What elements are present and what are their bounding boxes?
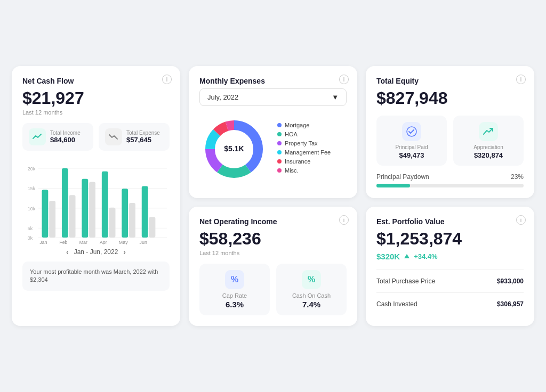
portfolio-gain-row: $320K +34.4% xyxy=(376,252,524,261)
net-cash-flow-card: i Net Cash Flow $21,927 Last 12 months T… xyxy=(12,66,180,326)
income-expense-row: Total Income $84,600 Total Expense $57,6… xyxy=(22,123,170,151)
hoa-label: HOA xyxy=(285,131,298,137)
donut-legend-row: $5.1K Mortgage HOA Property Tax xyxy=(199,115,347,184)
trending-down-icon xyxy=(109,133,118,141)
portfolio-value-amount: $1,253,874 xyxy=(376,229,524,249)
mortgage-dot xyxy=(277,123,282,127)
cash-on-cash-label: Cash On Cash xyxy=(292,292,331,299)
property-tax-dot xyxy=(277,141,282,145)
cash-invested-row: Cash Invested $306,957 xyxy=(376,297,524,311)
principal-paid-box: Principal Paid $49,473 xyxy=(376,116,447,166)
management-fee-label: Management Fee xyxy=(285,149,331,156)
cap-rate-box: % Cap Rate 6.3% xyxy=(199,264,270,315)
purchase-price-label: Total Purchase Price xyxy=(376,277,435,285)
legend-hoa: HOA xyxy=(277,131,347,137)
svg-rect-16 xyxy=(102,172,108,238)
dropdown-arrow-icon: ▼ xyxy=(332,93,339,101)
progress-bar-fill xyxy=(376,184,410,187)
svg-text:Apr: Apr xyxy=(100,240,107,244)
total-equity-card: i Total Equity $827,948 Principal Paid $… xyxy=(366,66,534,198)
svg-text:Jun: Jun xyxy=(140,240,147,244)
appreciation-label: Appreciation xyxy=(473,144,503,150)
insurance-label: Insurance xyxy=(285,158,310,165)
gain-pct: +34.4% xyxy=(414,252,437,260)
cap-rate-icon: % xyxy=(225,270,244,289)
portfolio-info-icon[interactable]: i xyxy=(516,215,526,225)
legend-misc: Misc. xyxy=(277,167,347,174)
profitable-note: Your most profitable month was March, 20… xyxy=(22,262,170,291)
chart-next-arrow[interactable]: › xyxy=(123,248,126,256)
trending-up-icon xyxy=(33,133,42,141)
svg-rect-19 xyxy=(129,203,135,238)
progress-bar-bg xyxy=(376,184,524,187)
misc-dot xyxy=(277,168,282,173)
svg-rect-17 xyxy=(109,208,116,238)
misc-label: Misc. xyxy=(285,167,299,174)
svg-text:$5.1K: $5.1K xyxy=(224,144,244,153)
svg-text:Jan: Jan xyxy=(39,240,47,244)
svg-text:Mar: Mar xyxy=(79,240,87,244)
divider-1 xyxy=(376,270,524,270)
principal-paid-value: $49,473 xyxy=(399,151,424,159)
appreciation-value: $320,874 xyxy=(474,151,503,159)
donut-chart: $5.1K xyxy=(199,115,269,184)
cap-rate-label: Cap Rate xyxy=(222,292,247,299)
svg-text:10k: 10k xyxy=(28,206,36,211)
total-equity-info-icon[interactable]: i xyxy=(516,75,526,84)
expense-icon xyxy=(105,128,122,145)
total-equity-title: Total Equity xyxy=(376,77,524,85)
mortgage-label: Mortgage xyxy=(285,122,309,128)
purchase-price-value: $933,000 xyxy=(497,277,524,285)
progress-label: Principal Paydown xyxy=(376,173,429,181)
total-income-box: Total Income $84,600 xyxy=(22,123,93,151)
dashboard: i Net Cash Flow $21,927 Last 12 months T… xyxy=(12,66,534,326)
bar-chart-svg: 20k 15k 10k 5k 0k xyxy=(22,159,170,244)
chart-nav: ‹ Jan - Jun, 2022 › xyxy=(22,248,170,256)
net-operating-title: Net Operating Income xyxy=(199,217,347,226)
property-tax-label: Property Tax xyxy=(285,140,318,146)
equity-boxes-row: Principal Paid $49,473 Appreciation $320… xyxy=(376,116,524,166)
chart-prev-arrow[interactable]: ‹ xyxy=(66,248,69,256)
svg-rect-11 xyxy=(49,201,55,238)
gain-amount: $320K xyxy=(376,252,400,261)
legend-property-tax: Property Tax xyxy=(277,140,347,146)
svg-text:May: May xyxy=(119,240,128,244)
svg-text:15k: 15k xyxy=(28,186,36,191)
appreciation-box: Appreciation $320,874 xyxy=(453,116,524,166)
cap-rate-value: 6.3% xyxy=(226,300,244,309)
donut-svg: $5.1K xyxy=(199,115,269,184)
monthly-expenses-info-icon[interactable]: i xyxy=(339,75,349,84)
net-operating-value: $58,236 xyxy=(199,229,347,249)
total-equity-value: $827,948 xyxy=(376,88,524,108)
month-dropdown[interactable]: July, 2022 ▼ xyxy=(199,88,347,106)
svg-rect-15 xyxy=(89,182,95,238)
portfolio-title: Est. Portfolio Value xyxy=(376,217,524,226)
cash-on-cash-box: % Cash On Cash 7.4% xyxy=(276,264,347,315)
monthly-expenses-card: i Monthly Expenses July, 2022 ▼ xyxy=(189,66,357,198)
gain-arrow-icon xyxy=(404,254,410,258)
insurance-dot xyxy=(277,159,282,164)
net-operating-info-icon[interactable]: i xyxy=(339,215,349,225)
svg-rect-12 xyxy=(62,168,68,238)
principal-paid-label: Principal Paid xyxy=(395,144,428,150)
divider-2 xyxy=(376,292,524,293)
income-icon xyxy=(29,128,46,145)
svg-text:5k: 5k xyxy=(28,226,33,231)
svg-text:Feb: Feb xyxy=(59,240,67,244)
svg-rect-14 xyxy=(82,179,88,238)
net-cash-flow-subtitle: Last 12 months xyxy=(22,109,170,116)
svg-text:20k: 20k xyxy=(28,166,36,172)
total-income-label: Total Income xyxy=(50,130,81,136)
svg-rect-10 xyxy=(42,190,48,238)
selected-month: July, 2022 xyxy=(207,93,238,101)
hoa-dot xyxy=(277,132,282,136)
net-cash-flow-info-icon[interactable]: i xyxy=(162,75,172,84)
net-cash-flow-value: $21,927 xyxy=(22,88,170,108)
rate-boxes-row: % Cap Rate 6.3% % Cash On Cash 7.4% xyxy=(199,264,347,315)
management-fee-dot xyxy=(277,150,282,154)
progress-pct: 23% xyxy=(511,173,524,181)
svg-text:0k: 0k xyxy=(28,235,33,241)
total-expense-value: $57,645 xyxy=(126,136,160,144)
net-operating-income-card: i Net Operating Income $58,236 Last 12 m… xyxy=(189,207,357,326)
checkmark-circle-icon xyxy=(406,126,417,137)
